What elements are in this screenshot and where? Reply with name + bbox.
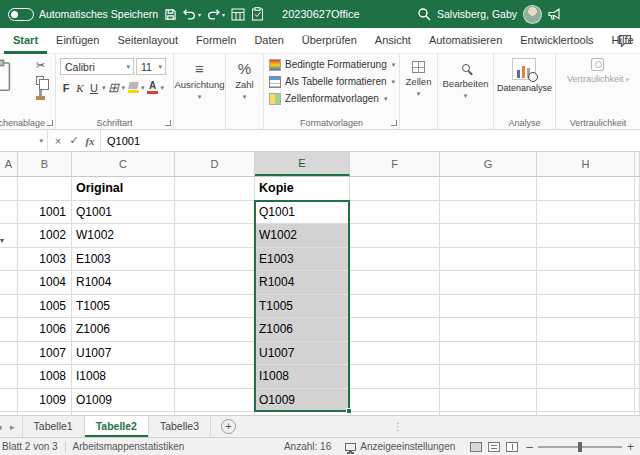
tab-seitenlayout[interactable]: Seitenlayout	[109, 28, 188, 54]
column-header-F[interactable]: F	[350, 152, 440, 176]
cell-F5[interactable]	[350, 271, 440, 295]
underline-button[interactable]: U	[88, 79, 100, 96]
cell-D7[interactable]	[175, 318, 255, 342]
cell-A8[interactable]	[0, 342, 18, 366]
cell-B2[interactable]: 1001	[18, 201, 72, 225]
cell-x5[interactable]	[635, 271, 640, 295]
cell-E6[interactable]: T1005	[255, 295, 350, 319]
cell-x3[interactable]	[635, 224, 640, 248]
cell-x7[interactable]	[635, 318, 640, 342]
sheet-tab-tabelle3[interactable]: Tabelle3	[149, 416, 211, 437]
cell-x8[interactable]	[635, 342, 640, 366]
column-header-A[interactable]: A	[0, 152, 18, 176]
cell-F8[interactable]	[350, 342, 440, 366]
sheet-tab-tabelle2[interactable]: Tabelle2	[85, 416, 149, 437]
cell-B10[interactable]: 1009	[18, 389, 72, 413]
cell-B7[interactable]: 1006	[18, 318, 72, 342]
cell-H4[interactable]	[537, 248, 635, 272]
quick-access-clipboard-button[interactable]	[251, 7, 264, 21]
cell-D6[interactable]	[175, 295, 255, 319]
workbook-statistics-button[interactable]: Arbeitsmappenstatistiken	[66, 441, 192, 452]
number-group-button[interactable]: % Zahl ▾	[226, 54, 264, 129]
fill-color-button[interactable]	[127, 79, 139, 96]
cell-F7[interactable]	[350, 318, 440, 342]
copy-icon[interactable]	[36, 76, 44, 85]
font-size-select[interactable]: 11▾	[136, 58, 166, 75]
cell-B9[interactable]: 1008	[18, 365, 72, 389]
zoom-in-button[interactable]: +	[627, 440, 634, 454]
tab-formeln[interactable]: Formeln	[187, 28, 245, 54]
tab-daten[interactable]: Daten	[245, 28, 292, 54]
cell-G3[interactable]	[440, 224, 537, 248]
cell-G4[interactable]	[440, 248, 537, 272]
cell-x1[interactable]	[635, 177, 640, 201]
cell-D4[interactable]	[175, 248, 255, 272]
tab-start[interactable]: Start	[4, 28, 47, 54]
styles-dialog-launcher[interactable]	[391, 120, 397, 126]
cell-B1[interactable]	[18, 177, 72, 201]
cell-D9[interactable]	[175, 365, 255, 389]
cell-A5[interactable]	[0, 271, 18, 295]
cell-x2[interactable]	[635, 201, 640, 225]
normal-view-button[interactable]	[470, 442, 482, 452]
cell-H6[interactable]	[537, 295, 635, 319]
quick-access-table-button[interactable]	[231, 8, 245, 21]
column-header-H[interactable]: H	[537, 152, 635, 176]
zoom-slider-thumb[interactable]	[578, 442, 582, 452]
cell-D8[interactable]	[175, 342, 255, 366]
sheet-tab-tabelle1[interactable]: Tabelle1	[22, 416, 85, 437]
alignment-group-button[interactable]: ≡ Ausrichtung ▾	[174, 54, 226, 129]
column-header-D[interactable]: D	[175, 152, 255, 176]
autosave-control[interactable]: Automatisches Speichern	[8, 8, 158, 21]
announcements-button[interactable]	[548, 8, 562, 20]
conditional-formatting-button[interactable]: Bedingte Formatierung ▾	[266, 56, 397, 73]
bold-button[interactable]: F	[60, 79, 72, 96]
cell-G10[interactable]	[440, 389, 537, 413]
cell-F2[interactable]	[350, 201, 440, 225]
cell-F1[interactable]	[350, 177, 440, 201]
cell-x10[interactable]	[635, 389, 640, 413]
cell-D2[interactable]	[175, 201, 255, 225]
undo-button[interactable]: ▾	[183, 9, 201, 20]
cell-D10[interactable]	[175, 389, 255, 413]
zoom-out-button[interactable]: –	[526, 440, 533, 454]
data-analysis-button[interactable]: Datenanalyse	[497, 58, 552, 93]
tab-ansicht[interactable]: Ansicht	[366, 28, 420, 54]
zoom-slider[interactable]	[538, 446, 622, 448]
cell-F3[interactable]	[350, 224, 440, 248]
cell-F9[interactable]	[350, 365, 440, 389]
cell-A1[interactable]	[0, 177, 18, 201]
cell-C2[interactable]: Q1001	[72, 201, 175, 225]
cell-B6[interactable]: 1005	[18, 295, 72, 319]
cell-H5[interactable]	[537, 271, 635, 295]
clipboard-dialog-launcher[interactable]	[47, 120, 53, 126]
cell-C6[interactable]: T1005	[72, 295, 175, 319]
column-header-partial[interactable]	[635, 152, 640, 176]
avatar[interactable]	[523, 5, 542, 24]
borders-button[interactable]: ⊞	[108, 79, 120, 96]
page-break-view-button[interactable]	[506, 442, 518, 452]
cell-G2[interactable]	[440, 201, 537, 225]
cell-x4[interactable]	[635, 248, 640, 272]
cell-A7[interactable]	[0, 318, 18, 342]
font-name-select[interactable]: Calibri▾	[60, 58, 134, 75]
cell-E1[interactable]: Kopie	[255, 177, 350, 201]
tab-splitter[interactable]: ⋮	[393, 421, 403, 432]
cell-B3[interactable]: 1002	[18, 224, 72, 248]
column-header-E[interactable]: E	[255, 152, 350, 176]
cell-B4[interactable]: 1003	[18, 248, 72, 272]
insert-function-button[interactable]: fx	[82, 135, 98, 147]
cell-A4[interactable]	[0, 248, 18, 272]
cell-A2[interactable]	[0, 201, 18, 225]
tab-automatisieren[interactable]: Automatisieren	[420, 28, 511, 54]
cell-G5[interactable]	[440, 271, 537, 295]
display-settings-button[interactable]: Anzeigeeinstellungen	[338, 441, 462, 452]
cell-E5[interactable]: R1004	[255, 271, 350, 295]
sheet-nav-arrows[interactable]: ◂ ▸	[0, 422, 18, 432]
paste-button-partial[interactable]	[0, 59, 12, 95]
cell-E10[interactable]: O1009	[255, 389, 350, 413]
cells-group-button[interactable]: Zellen ▾	[400, 54, 438, 129]
name-box[interactable]: ▾	[0, 130, 48, 151]
format-as-table-button[interactable]: Als Tabelle formatieren ▾	[266, 73, 397, 90]
cell-C7[interactable]: Z1006	[72, 318, 175, 342]
